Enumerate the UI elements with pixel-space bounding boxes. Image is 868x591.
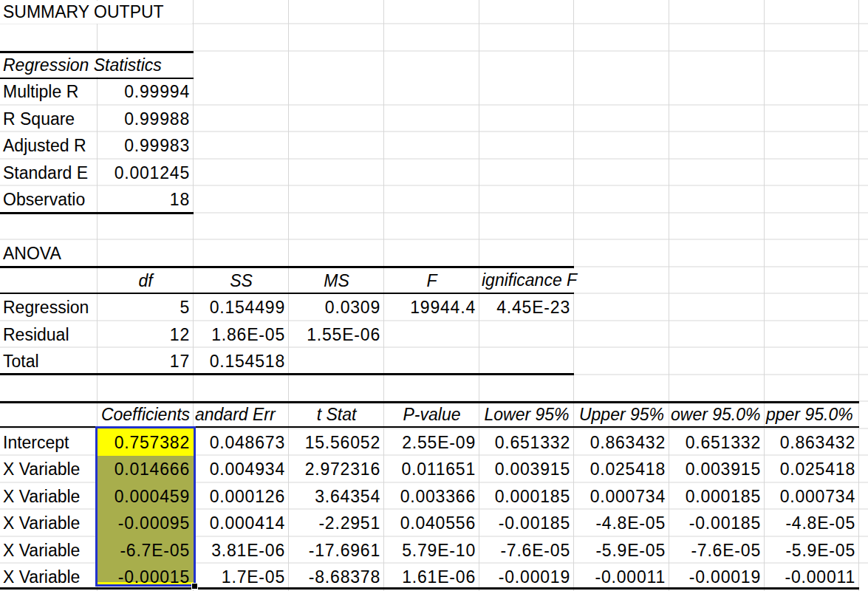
border-coef-top — [0, 401, 859, 403]
selection-border — [95, 426, 196, 587]
coef-cell-upper95[interactable]: 0.000734 — [574, 483, 669, 510]
anova-header-df[interactable]: df — [98, 267, 194, 294]
anova-cell-ms[interactable]: 1.55E-06 — [289, 321, 384, 348]
coef-cell-pvalue[interactable]: 1.61E-06 — [384, 564, 479, 590]
coef-cell-lower95[interactable]: -0.00185 — [479, 510, 574, 536]
coef-cell-upper950[interactable]: 0.025418 — [765, 456, 859, 482]
coef-cell-pvalue[interactable]: 0.040556 — [384, 510, 479, 536]
border-coef-bottom — [0, 587, 859, 590]
coef-cell-upper950[interactable]: -5.9E-05 — [765, 537, 859, 564]
coef-cell-lower950[interactable]: -0.00185 — [669, 510, 765, 536]
coef-cell-lower950[interactable]: 0.000185 — [669, 483, 765, 510]
coef-cell-stderr[interactable]: 1.7E-05 — [194, 564, 289, 590]
coef-row-label[interactable]: X Variable — [0, 564, 98, 590]
coef-cell-stderr[interactable]: 0.004934 — [194, 456, 289, 482]
stat-label[interactable]: Adjusted R — [0, 132, 98, 159]
anova-cell-f[interactable]: 19944.4 — [384, 294, 479, 321]
border-stats-header-bottom — [0, 78, 194, 79]
border-anova-header-bottom — [0, 293, 574, 294]
regression-statistics-header[interactable]: Regression Statistics — [0, 53, 192, 77]
stat-value[interactable]: 0.99994 — [98, 78, 194, 105]
anova-cell-df[interactable]: 5 — [98, 294, 194, 321]
coef-cell-lower95[interactable]: 0.003915 — [479, 456, 574, 482]
stat-label[interactable]: Observatio — [0, 186, 98, 213]
coef-cell-pvalue[interactable]: 0.003366 — [384, 483, 479, 510]
coef-row-label[interactable]: X Variable — [0, 483, 98, 510]
anova-header-f[interactable]: F — [384, 267, 479, 294]
coef-cell-tstat[interactable]: 2.972316 — [289, 456, 384, 482]
coef-cell-lower95[interactable]: -0.00019 — [479, 564, 574, 590]
coef-header-p-value[interactable]: P-value — [384, 403, 479, 426]
stat-label[interactable]: Standard E — [0, 160, 98, 186]
anova-header-ss[interactable]: SS — [194, 267, 289, 294]
anova-cell-ss[interactable]: 1.86E-05 — [194, 321, 289, 348]
coef-cell-pvalue[interactable]: 2.55E-09 — [384, 429, 479, 456]
stat-value[interactable]: 18 — [98, 186, 194, 213]
coef-cell-upper950[interactable]: 0.000734 — [765, 483, 859, 510]
coef-row-label[interactable]: X Variable — [0, 456, 98, 482]
border-stats-top — [0, 51, 194, 53]
anova-header-ms[interactable]: MS — [289, 267, 384, 294]
coef-header-upper-95-0[interactable]: pper 95.0% — [765, 403, 859, 426]
coef-cell-upper950[interactable]: -4.8E-05 — [765, 510, 859, 536]
border-stats-bottom — [0, 212, 194, 214]
coef-cell-stderr[interactable]: 0.000414 — [194, 510, 289, 536]
selection-fill-handle[interactable] — [191, 583, 198, 590]
anova-row-label[interactable]: Residual — [0, 321, 98, 348]
coef-cell-upper950[interactable]: 0.863432 — [765, 429, 859, 456]
coef-cell-upper95[interactable]: 0.863432 — [574, 429, 669, 456]
coef-cell-tstat[interactable]: -17.6961 — [289, 537, 384, 564]
border-anova-top — [0, 266, 574, 268]
coef-header-t-stat[interactable]: t Stat — [289, 403, 384, 426]
spreadsheet: SUMMARY OUTPUT Regression Statistics Mul… — [0, 0, 868, 591]
coef-cell-lower95[interactable]: -7.6E-05 — [479, 537, 574, 564]
coef-cell-lower95[interactable]: 0.651332 — [479, 429, 574, 456]
stat-value[interactable]: 0.99988 — [98, 106, 194, 132]
coef-cell-upper950[interactable]: -0.00011 — [765, 564, 859, 590]
anova-title[interactable]: ANOVA — [0, 240, 98, 267]
coef-cell-lower950[interactable]: -0.00019 — [669, 564, 765, 590]
coef-cell-stderr[interactable]: 3.81E-06 — [194, 537, 289, 564]
anova-row-label[interactable]: Regression — [0, 294, 98, 321]
stat-label[interactable]: Multiple R — [0, 78, 98, 105]
coef-cell-upper95[interactable]: -5.9E-05 — [574, 537, 669, 564]
anova-row-label[interactable]: Total — [0, 348, 98, 375]
coef-cell-lower95[interactable]: 0.000185 — [479, 483, 574, 510]
coef-cell-pvalue[interactable]: 5.79E-10 — [384, 537, 479, 564]
coef-cell-lower950[interactable]: -7.6E-05 — [669, 537, 765, 564]
coef-row-label[interactable]: X Variable — [0, 537, 98, 564]
anova-cell-ss[interactable]: 0.154499 — [194, 294, 289, 321]
coef-header-lower-95[interactable]: Lower 95% — [479, 403, 574, 426]
border-anova-bottom — [0, 373, 574, 375]
coef-cell-stderr[interactable]: 0.000126 — [194, 483, 289, 510]
coef-cell-upper95[interactable]: -4.8E-05 — [574, 510, 669, 536]
anova-cell-df[interactable]: 17 — [98, 348, 194, 375]
coef-row-label[interactable]: Intercept — [0, 429, 98, 456]
coef-cell-tstat[interactable]: 15.56052 — [289, 429, 384, 456]
coef-cell-tstat[interactable]: -8.68378 — [289, 564, 384, 590]
coef-row-label[interactable]: X Variable — [0, 510, 98, 536]
coef-header-upper-95[interactable]: Upper 95% — [574, 403, 669, 426]
anova-cell-df[interactable]: 12 — [98, 321, 194, 348]
coef-cell-lower950[interactable]: 0.651332 — [669, 429, 765, 456]
anova-cell-sig-f[interactable]: 4.45E-23 — [479, 294, 574, 321]
anova-cell-ss[interactable]: 0.154518 — [194, 348, 289, 375]
coef-cell-lower950[interactable]: 0.003915 — [669, 456, 765, 482]
coef-header-coefficients[interactable]: Coefficients — [98, 403, 194, 426]
stat-value[interactable]: 0.001245 — [98, 160, 194, 186]
coef-cell-stderr[interactable]: 0.048673 — [194, 429, 289, 456]
coef-cell-tstat[interactable]: -2.2951 — [289, 510, 384, 536]
coef-header-lower-95-0[interactable]: ower 95.0% — [669, 403, 765, 426]
stat-label[interactable]: R Square — [0, 106, 98, 132]
coef-cell-pvalue[interactable]: 0.011651 — [384, 456, 479, 482]
coef-cell-upper95[interactable]: 0.025418 — [574, 456, 669, 482]
summary-output-title[interactable]: SUMMARY OUTPUT — [0, 1, 192, 24]
coef-header-standard-error[interactable]: andard Err — [194, 403, 289, 426]
anova-header-significance-f[interactable]: ignificance F — [480, 269, 668, 292]
stat-value[interactable]: 0.99983 — [98, 132, 194, 159]
coef-cell-tstat[interactable]: 3.64354 — [289, 483, 384, 510]
anova-cell-ms[interactable]: 0.0309 — [289, 294, 384, 321]
coef-cell-upper95[interactable]: -0.00011 — [574, 564, 669, 590]
